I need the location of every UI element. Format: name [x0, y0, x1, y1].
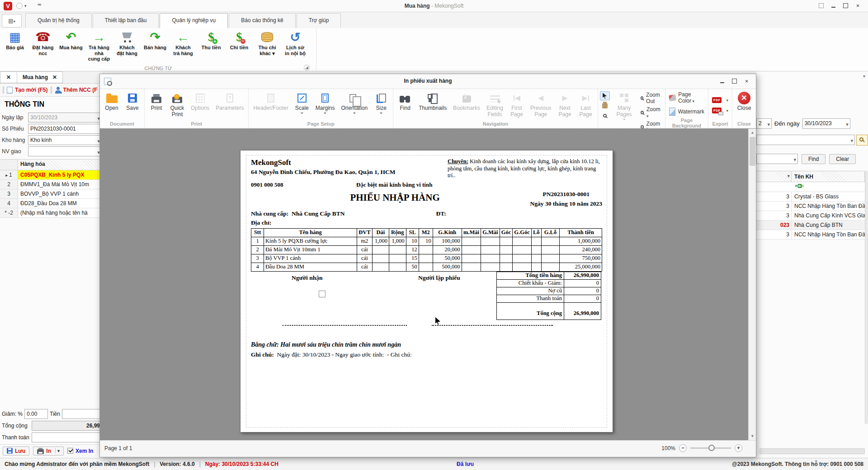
supplier-row[interactable]: 3 NCC Nhập Hàng Tồn Ban Đầu	[756, 202, 865, 211]
tab-close-icon[interactable]: ✕	[52, 74, 57, 80]
add-supplier-button[interactable]: Thêm NCC (F	[55, 87, 98, 94]
product-row[interactable]: 4 ĐD28_Đầu Doa 28 MM	[0, 199, 104, 208]
ribbon-button[interactable]: Thu tiền	[197, 29, 225, 52]
product-row[interactable]: 1 C05PQXB_Kính 5 ly PQX	[0, 170, 104, 180]
scale-button[interactable]: Scale	[292, 90, 312, 116]
product-row[interactable]: 3 BOVVP_Bộ VVP 1 cánh	[0, 189, 104, 199]
tab-mua-hang[interactable]: Mua hàng ✕	[17, 71, 63, 83]
search-combo[interactable]	[756, 135, 855, 145]
minimize-button[interactable]	[830, 3, 836, 9]
ribbon-tab[interactable]: Quản trị hệ thống	[25, 13, 92, 28]
ribbon-button[interactable]: Chi tiền	[225, 29, 253, 52]
ribbon-button[interactable]: Đặt hàng ncc	[29, 29, 57, 57]
scroll-up-icon[interactable]: ▲	[749, 129, 756, 136]
zoom-out-button[interactable]: Zoom Out	[639, 91, 663, 105]
filter-field-select[interactable]	[756, 154, 798, 164]
ribbon-button[interactable]: Trả hàng nhà cung cấp	[85, 29, 113, 63]
xem-in-checkbox[interactable]: Xem In	[67, 448, 93, 454]
row-number: * -2	[0, 208, 18, 217]
print-button[interactable]: Print	[146, 90, 166, 113]
find-button[interactable]: Find	[395, 90, 415, 113]
preview-content-area[interactable]: MekongSoft 64 Nguyễn Đình Chiểu, Phường …	[100, 128, 756, 440]
hand-tool-button[interactable]	[600, 101, 610, 110]
row-number: 1	[0, 170, 18, 179]
giam-tien-field[interactable]	[62, 409, 102, 419]
print-button[interactable]: In ▾	[33, 446, 64, 456]
product-row[interactable]: 2 ĐMMV1_Đá Mài Mỏ Vịt 10m	[0, 180, 104, 189]
den-ngay-select[interactable]: 30/10/2023	[802, 118, 850, 129]
so-phieu-field[interactable]: PN20231030-0001	[28, 124, 102, 134]
thanh-toan-field[interactable]	[32, 432, 102, 442]
from-date-select[interactable]: 2	[756, 118, 772, 129]
ribbon-group-launcher-icon[interactable]: ◢	[304, 65, 310, 70]
close-button[interactable]: ×	[855, 3, 861, 9]
ribbon-button[interactable]: Mua hàng	[57, 29, 85, 52]
supplier-row[interactable]: 3 Crystal - BS Glass	[756, 192, 865, 202]
restore-button[interactable]	[843, 3, 849, 9]
clear-button[interactable]: Clear	[829, 154, 856, 164]
zoom-slider[interactable]	[690, 447, 731, 449]
zoom-out-button[interactable]: −	[679, 444, 687, 452]
margins-button[interactable]: Margins	[313, 90, 338, 116]
size-button[interactable]: Size	[371, 90, 391, 116]
page-color-icon	[669, 94, 676, 101]
header-footer-button: Header/Footer	[250, 90, 291, 113]
panel-dropdown-icon[interactable]: ▾	[863, 74, 865, 79]
ten-kh-column-header[interactable]: Tên KH	[792, 171, 864, 182]
ribbon-button[interactable]: Báo giá	[1, 29, 29, 52]
thumbnails-button[interactable]: Thumbnails	[416, 90, 449, 113]
ribbon-button[interactable]: Khách đặt hàng	[113, 29, 141, 57]
close-all-tabs-button[interactable]: ✕	[0, 71, 17, 83]
find-button[interactable]: Find	[802, 154, 826, 164]
magnifier-tool-button[interactable]	[600, 111, 610, 120]
application-menu-button[interactable]: ▤▾	[2, 14, 22, 28]
vertical-scrollbar[interactable]	[865, 171, 868, 424]
supplier-row[interactable]: 3 Nhà Cung Cấp Kính VCS Glass	[756, 211, 865, 221]
ribbon-button[interactable]: Khách trả hàng	[169, 29, 197, 57]
dialog-maximize-button[interactable]	[731, 78, 737, 84]
scroll-down-icon[interactable]: ▼	[749, 432, 756, 440]
supplier-row[interactable]: 023 Nhà Cung Cấp BTN	[756, 221, 865, 230]
horizontal-scrollbar[interactable]	[760, 448, 865, 454]
product-column-header[interactable]: Hàng hóa	[18, 160, 104, 170]
ribbon-button[interactable]: Bán hàng	[141, 29, 169, 52]
supplier-row[interactable]: 3 NCC Nhập Hàng Tồn Ban Đầu	[756, 230, 865, 240]
save-button[interactable]: Lưu	[3, 446, 29, 456]
ribbon-tab[interactable]: Thiết lập ban đầu	[93, 13, 159, 28]
scrollbar-thumb[interactable]	[750, 137, 755, 166]
create-new-button[interactable]: Tạo mới (F5)	[7, 87, 48, 94]
quick-print-button[interactable]: Quick Print	[167, 90, 187, 119]
zoom-in-button[interactable]: +	[735, 444, 742, 452]
kho-hang-select[interactable]: Kho kính	[28, 135, 102, 145]
ribbon-tab[interactable]: Trợ giúp	[297, 13, 341, 28]
ribbon-tab[interactable]: Báo cáo thống kê	[229, 13, 295, 28]
bookmarks-button: Bookmarks	[450, 90, 483, 113]
print-dropdown-icon[interactable]: ▾	[55, 448, 60, 453]
open-button[interactable]: Open	[102, 90, 122, 113]
orientation-button[interactable]: Orientation	[338, 90, 370, 116]
watermark-button[interactable]: Watermark	[667, 107, 706, 117]
pointer-tool-button[interactable]	[600, 91, 610, 100]
zoom-menu-button[interactable]: Zoom	[639, 106, 663, 119]
send-pdf-button[interactable]: PDF	[710, 107, 730, 114]
close-preview-button[interactable]: ✕Close	[734, 90, 754, 113]
product-row[interactable]: * -2 (Nhập mã hàng hoặc tên hà	[0, 208, 104, 218]
dialog-close-button[interactable]: ×	[744, 78, 750, 84]
ngay-lap-field[interactable]: 30/10/2023	[28, 113, 102, 122]
fullscreen-button[interactable]	[818, 3, 824, 9]
export-pdf-button[interactable]: PDF	[710, 96, 730, 104]
save-document-button[interactable]: Save	[123, 90, 142, 113]
nv-giao-select[interactable]	[28, 146, 102, 156]
dialog-titlebar[interactable]: In phiếu xuất hàng ×	[100, 74, 756, 89]
ribbon-button[interactable]: Lịch sử in nội bộ	[281, 29, 309, 57]
page-color-button[interactable]: Page Color	[667, 90, 706, 105]
preview-vertical-scrollbar[interactable]: ▲ ▼	[748, 129, 756, 440]
giam-percent-field[interactable]: 0.00	[24, 409, 48, 419]
ribbon-button[interactable]: Thu chi khác ▾	[253, 29, 281, 57]
zoom-slider-knob[interactable]	[708, 445, 715, 451]
date-column-header[interactable]	[756, 171, 792, 182]
ribbon-tab[interactable]: Quản lý nghiệp vụ	[160, 13, 228, 28]
search-button[interactable]	[856, 135, 868, 146]
dialog-minimize-button[interactable]	[719, 78, 725, 84]
auto-filter-row[interactable]: RBC	[756, 182, 865, 192]
